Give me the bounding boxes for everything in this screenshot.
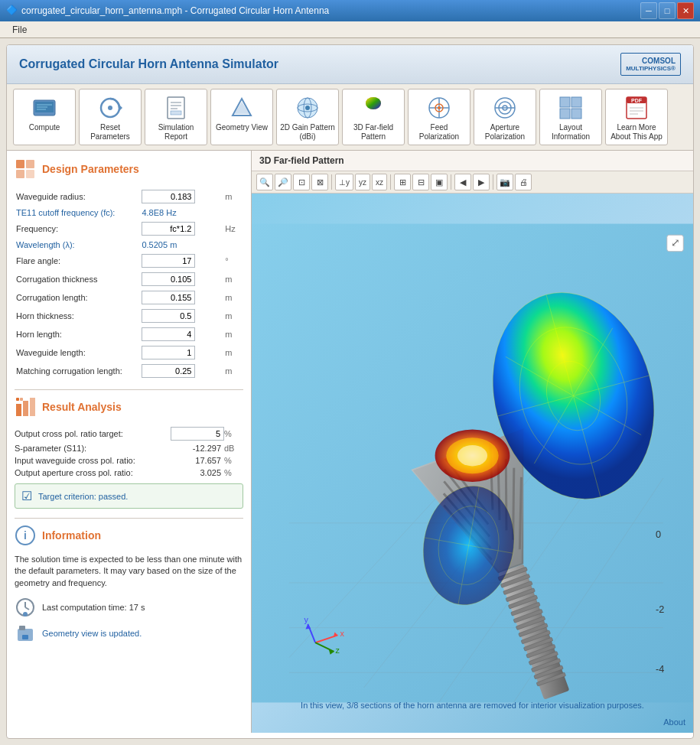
param-label: Flare angle: bbox=[15, 252, 140, 270]
feed-polarization-label: Feed Polarization bbox=[412, 123, 467, 142]
result-label: Output aperture cross pol. ratio: bbox=[15, 468, 178, 477]
comsol-logo-line2: MULTIPHYSICS® bbox=[626, 65, 676, 72]
computation-time-text: Last computation time: 17 s bbox=[42, 603, 145, 612]
divider2 bbox=[15, 518, 243, 519]
wavelength-link[interactable]: Wavelength (λ): bbox=[16, 240, 75, 249]
layout-information-button[interactable]: Layout Information bbox=[539, 89, 602, 145]
information-header: i Information bbox=[15, 525, 243, 546]
svg-rect-56 bbox=[19, 626, 25, 630]
result-label: Output cross pol. ratio target: bbox=[15, 429, 171, 438]
zoom-out-button[interactable]: 🔎 bbox=[275, 174, 291, 190]
result-row: Output cross pol. ratio target: % bbox=[15, 425, 243, 442]
svg-text:i: i bbox=[24, 529, 27, 542]
param-unit: m bbox=[223, 288, 243, 307]
minimize-button[interactable]: ─ bbox=[640, 2, 657, 19]
close-button[interactable]: ✕ bbox=[677, 2, 694, 19]
about-link[interactable]: About bbox=[663, 717, 685, 727]
s-param-value: -12.297 bbox=[178, 444, 224, 453]
table-row: TE11 cutoff frequency (fc): 4.8E8 Hz bbox=[15, 206, 243, 220]
geometry-status-link[interactable]: Geometry view is updated. bbox=[42, 629, 142, 638]
feed-polarization-button[interactable]: Feed Polarization bbox=[408, 89, 470, 145]
svg-rect-32 bbox=[560, 109, 570, 119]
waveguide-length-input[interactable] bbox=[142, 346, 195, 359]
zoom-selection-button[interactable]: ⊠ bbox=[311, 174, 328, 190]
svg-text:z: z bbox=[336, 646, 340, 655]
input-waveguide-value: 17.657 bbox=[178, 456, 224, 465]
menu-file[interactable]: File bbox=[6, 23, 33, 37]
svg-rect-44 bbox=[16, 404, 21, 416]
frequency-input[interactable] bbox=[142, 222, 195, 236]
param-label: Corrugation thickness bbox=[15, 270, 140, 288]
view-yz-button[interactable]: yz bbox=[355, 174, 370, 190]
menu-bar: File bbox=[0, 21, 700, 38]
te11-link[interactable]: TE11 cutoff frequency (fc): bbox=[16, 208, 115, 217]
information-text: The solution time is expected to be less… bbox=[15, 554, 243, 589]
reset-params-icon bbox=[96, 94, 124, 122]
corrugation-length-input[interactable] bbox=[142, 291, 195, 304]
param-label: Horn length: bbox=[15, 325, 140, 343]
app-header: Corrugated Circular Horn Antenna Simulat… bbox=[7, 45, 693, 84]
prev-button[interactable]: ◀ bbox=[454, 174, 471, 190]
table-row: Corrugation length: m bbox=[15, 288, 243, 307]
param-unit: ° bbox=[223, 252, 243, 270]
param-label: Horn thickness: bbox=[15, 307, 140, 325]
simulation-report-button[interactable]: Simulation Report bbox=[145, 89, 207, 145]
viewport-caption: In this view, 3/8 sections of the horn a… bbox=[252, 701, 693, 710]
feed-polarization-icon bbox=[425, 94, 453, 122]
svg-text:0: 0 bbox=[656, 529, 661, 540]
svg-rect-43 bbox=[26, 170, 34, 178]
param-label: Corrugation length: bbox=[15, 288, 140, 307]
param-unit: m bbox=[223, 270, 243, 288]
grid-button[interactable]: ⊞ bbox=[394, 174, 411, 190]
param-unit: m bbox=[223, 362, 243, 380]
learn-more-button[interactable]: PDF Learn More About This App bbox=[605, 89, 668, 145]
cross-pol-ratio-input[interactable] bbox=[171, 427, 224, 441]
print-button[interactable]: 🖨 bbox=[515, 174, 532, 190]
maximize-button[interactable]: □ bbox=[659, 2, 676, 19]
camera-button[interactable]: 📷 bbox=[497, 174, 513, 190]
2d-gain-button[interactable]: 2D Gain Pattern (dBi) bbox=[276, 89, 339, 145]
svg-rect-42 bbox=[16, 170, 24, 178]
geometry-view-button[interactable]: Geometry View bbox=[210, 89, 273, 145]
simulation-report-label: Simulation Report bbox=[148, 123, 203, 142]
design-params-header: Design Parameters bbox=[15, 158, 243, 180]
reset-params-label: Reset Parameters bbox=[83, 123, 138, 142]
table-row: Horn length: m bbox=[15, 325, 243, 343]
3d-farfield-button[interactable]: 3D Far-field Pattern bbox=[342, 89, 405, 145]
svg-rect-46 bbox=[30, 398, 35, 416]
result-row: Output aperture cross pol. ratio: 3.025 … bbox=[15, 467, 243, 479]
svg-rect-45 bbox=[23, 401, 28, 416]
svg-marker-6 bbox=[119, 105, 122, 111]
view-xy-button[interactable]: ⊥y bbox=[335, 174, 353, 190]
svg-point-18 bbox=[305, 106, 310, 110]
checkbox-icon: ☑ bbox=[21, 489, 32, 503]
svg-rect-12 bbox=[171, 111, 181, 115]
horn-length-input[interactable] bbox=[142, 327, 195, 341]
matching-corrugation-input[interactable] bbox=[142, 364, 195, 378]
horn-thickness-input[interactable] bbox=[142, 309, 195, 323]
aperture-polarization-label: Aperture Polarization bbox=[477, 123, 532, 142]
corrugation-thickness-input[interactable] bbox=[142, 272, 195, 286]
te11-value: 4.8E8 Hz bbox=[142, 208, 176, 217]
reset-params-button[interactable]: Reset Parameters bbox=[79, 89, 142, 145]
surface-button[interactable]: ▣ bbox=[431, 174, 448, 190]
app-icon: 🔷 bbox=[6, 5, 18, 17]
zoom-extents-button[interactable]: ⊡ bbox=[293, 174, 310, 190]
window-title: corrugated_circular_horn_antenna.mph - C… bbox=[21, 5, 329, 16]
param-label: Waveguide length: bbox=[15, 343, 140, 362]
waveguide-radius-input[interactable] bbox=[142, 190, 195, 203]
flare-angle-input[interactable] bbox=[142, 254, 195, 268]
viewport: 0 -2 -4 x y bbox=[252, 194, 693, 733]
svg-rect-30 bbox=[560, 97, 570, 107]
next-button[interactable]: ▶ bbox=[473, 174, 490, 190]
result-row: S-parameter (S11): -12.297 dB bbox=[15, 442, 243, 454]
compute-button[interactable]: Compute bbox=[13, 89, 76, 145]
view-xz-button[interactable]: xz bbox=[372, 174, 387, 190]
result-analysis-icon bbox=[15, 396, 36, 418]
wireframe-button[interactable]: ⊟ bbox=[412, 174, 429, 190]
aperture-polarization-button[interactable]: Aperture Polarization bbox=[474, 89, 536, 145]
svg-line-53 bbox=[25, 607, 29, 610]
zoom-in-button[interactable]: 🔍 bbox=[256, 174, 273, 190]
param-unit: m bbox=[223, 343, 243, 362]
params-table: Waveguide radius: m TE11 cutoff frequenc… bbox=[15, 187, 243, 380]
